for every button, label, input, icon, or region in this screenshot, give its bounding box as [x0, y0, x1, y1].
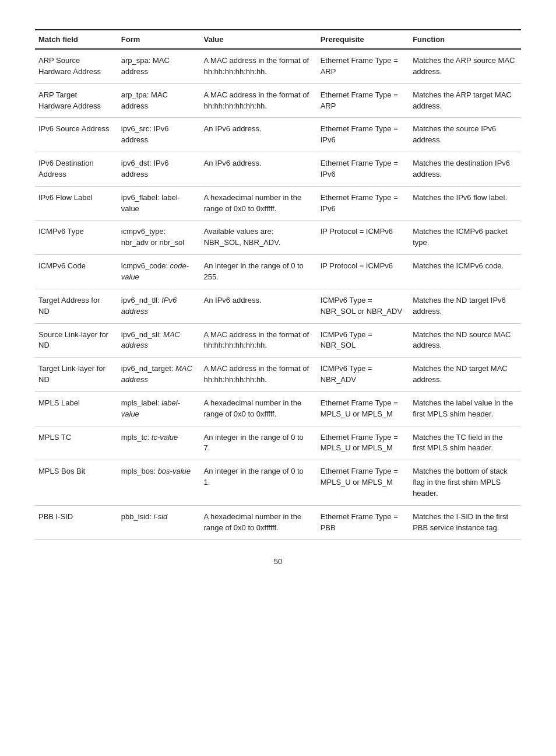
cell-prerequisite: Ethernet Frame Type = ARP	[317, 83, 409, 118]
cell-function: Matches the ICMPv6 code.	[409, 255, 521, 289]
cell-prerequisite: Ethernet Frame Type = PBB	[317, 505, 409, 540]
cell-function: Matches the label value in the first MPL…	[409, 391, 521, 426]
cell-prerequisite: IP Protocol = ICMPv6	[317, 220, 409, 255]
header-value: Value	[200, 30, 317, 49]
cell-form: mpls_label: label-value	[118, 391, 200, 426]
cell-function: Matches the IPv6 flow label.	[409, 186, 521, 220]
header-match-field: Match field	[35, 30, 118, 49]
table-row: IPv6 Source Addressipv6_src: IPv6 addres…	[35, 118, 521, 152]
cell-function: Matches the ND target IPv6 address.	[409, 289, 521, 323]
cell-match-field: Target Address for ND	[35, 289, 118, 323]
cell-form: mpls_tc: tc-value	[118, 426, 200, 460]
cell-match-field: ICMPv6 Code	[35, 255, 118, 289]
cell-form: mpls_bos: bos-value	[118, 460, 200, 506]
cell-form: ipv6_flabel: label-value	[118, 186, 200, 220]
cell-match-field: ARP Target Hardware Address	[35, 83, 118, 118]
cell-prerequisite: Ethernet Frame Type = IPv6	[317, 186, 409, 220]
table-header-row: Match field Form Value Prerequisite Func…	[35, 30, 521, 49]
cell-value: An IPv6 address.	[200, 289, 317, 323]
cell-match-field: PBB I-SID	[35, 505, 118, 540]
cell-value: A MAC address in the format of hh:hh:hh:…	[200, 358, 317, 392]
cell-match-field: ICMPv6 Type	[35, 220, 118, 255]
cell-value: An integer in the range of 0 to 255.	[200, 255, 317, 289]
table-row: ARP Source Hardware Addressarp_spa: MAC …	[35, 49, 521, 83]
cell-match-field: MPLS TC	[35, 426, 118, 460]
page-number: 50	[35, 557, 521, 566]
cell-prerequisite: ICMPv6 Type = NBR_SOL or NBR_ADV	[317, 289, 409, 323]
cell-form: ipv6_src: IPv6 address	[118, 118, 200, 152]
cell-function: Matches the I-SID in the first PBB servi…	[409, 505, 521, 540]
cell-function: Matches the source IPv6 address.	[409, 118, 521, 152]
table-row: IPv6 Destination Addressipv6_dst: IPv6 a…	[35, 152, 521, 187]
header-function: Function	[409, 30, 521, 49]
cell-match-field: Source Link-layer for ND	[35, 323, 118, 358]
table-row: ARP Target Hardware Addressarp_tpa: MAC …	[35, 83, 521, 118]
cell-function: Matches the bottom of stack flag in the …	[409, 460, 521, 506]
cell-value: An integer in the range of 0 to 7.	[200, 426, 317, 460]
cell-match-field: MPLS Bos Bit	[35, 460, 118, 506]
table-row: IPv6 Flow Labelipv6_flabel: label-valueA…	[35, 186, 521, 220]
cell-prerequisite: Ethernet Frame Type = IPv6	[317, 118, 409, 152]
header-form: Form	[118, 30, 200, 49]
cell-form: ipv6_dst: IPv6 address	[118, 152, 200, 187]
table-row: MPLS TCmpls_tc: tc-valueAn integer in th…	[35, 426, 521, 460]
table-row: ICMPv6 Typeicmpv6_type: nbr_adv or nbr_s…	[35, 220, 521, 255]
cell-prerequisite: Ethernet Frame Type = MPLS_U or MPLS_M	[317, 460, 409, 506]
cell-value: A hexadecimal number in the range of 0x0…	[200, 505, 317, 540]
header-prerequisite: Prerequisite	[317, 30, 409, 49]
cell-value: A hexadecimal number in the range of 0x0…	[200, 391, 317, 426]
cell-form: ipv6_nd_tll: IPv6 address	[118, 289, 200, 323]
cell-prerequisite: Ethernet Frame Type = IPv6	[317, 152, 409, 187]
cell-function: Matches the ND source MAC address.	[409, 323, 521, 358]
cell-form: icmpv6_code: code-value	[118, 255, 200, 289]
table-row: MPLS Bos Bitmpls_bos: bos-valueAn intege…	[35, 460, 521, 506]
cell-match-field: IPv6 Flow Label	[35, 186, 118, 220]
cell-form: icmpv6_type: nbr_adv or nbr_sol	[118, 220, 200, 255]
cell-form: pbb_isid: i-sid	[118, 505, 200, 540]
cell-value: An integer in the range of 0 to 1.	[200, 460, 317, 506]
cell-prerequisite: IP Protocol = ICMPv6	[317, 255, 409, 289]
cell-function: Matches the ARP source MAC address.	[409, 49, 521, 83]
cell-form: ipv6_nd_target: MAC address	[118, 358, 200, 392]
page-container: Match field Form Value Prerequisite Func…	[35, 29, 521, 566]
cell-value: An IPv6 address.	[200, 118, 317, 152]
cell-value: A MAC address in the format of hh:hh:hh:…	[200, 83, 317, 118]
table-row: Source Link-layer for NDipv6_nd_sll: MAC…	[35, 323, 521, 358]
cell-value: An IPv6 address.	[200, 152, 317, 187]
cell-match-field: IPv6 Destination Address	[35, 152, 118, 187]
table-body: ARP Source Hardware Addressarp_spa: MAC …	[35, 49, 521, 540]
cell-prerequisite: Ethernet Frame Type = MPLS_U or MPLS_M	[317, 426, 409, 460]
cell-prerequisite: Ethernet Frame Type = ARP	[317, 49, 409, 83]
cell-form: arp_tpa: MAC address	[118, 83, 200, 118]
main-table: Match field Form Value Prerequisite Func…	[35, 29, 521, 540]
cell-match-field: ARP Source Hardware Address	[35, 49, 118, 83]
cell-form: arp_spa: MAC address	[118, 49, 200, 83]
cell-match-field: Target Link-layer for ND	[35, 358, 118, 392]
cell-value: Available values are: NBR_SOL, NBR_ADV.	[200, 220, 317, 255]
table-row: ICMPv6 Codeicmpv6_code: code-valueAn int…	[35, 255, 521, 289]
cell-function: Matches the ARP target MAC address.	[409, 83, 521, 118]
cell-prerequisite: ICMPv6 Type = NBR_ADV	[317, 358, 409, 392]
cell-value: A MAC address in the format of hh:hh:hh:…	[200, 49, 317, 83]
cell-value: A MAC address in the format of hh:hh:hh:…	[200, 323, 317, 358]
table-row: PBB I-SIDpbb_isid: i-sidA hexadecimal nu…	[35, 505, 521, 540]
table-row: MPLS Labelmpls_label: label-valueA hexad…	[35, 391, 521, 426]
cell-match-field: MPLS Label	[35, 391, 118, 426]
cell-function: Matches the TC field in the first MPLS s…	[409, 426, 521, 460]
table-row: Target Link-layer for NDipv6_nd_target: …	[35, 358, 521, 392]
cell-function: Matches the ND target MAC address.	[409, 358, 521, 392]
cell-function: Matches the destination IPv6 address.	[409, 152, 521, 187]
cell-prerequisite: Ethernet Frame Type = MPLS_U or MPLS_M	[317, 391, 409, 426]
cell-match-field: IPv6 Source Address	[35, 118, 118, 152]
table-row: Target Address for NDipv6_nd_tll: IPv6 a…	[35, 289, 521, 323]
cell-form: ipv6_nd_sll: MAC address	[118, 323, 200, 358]
cell-function: Matches the ICMPv6 packet type.	[409, 220, 521, 255]
cell-value: A hexadecimal number in the range of 0x0…	[200, 186, 317, 220]
cell-prerequisite: ICMPv6 Type = NBR_SOL	[317, 323, 409, 358]
